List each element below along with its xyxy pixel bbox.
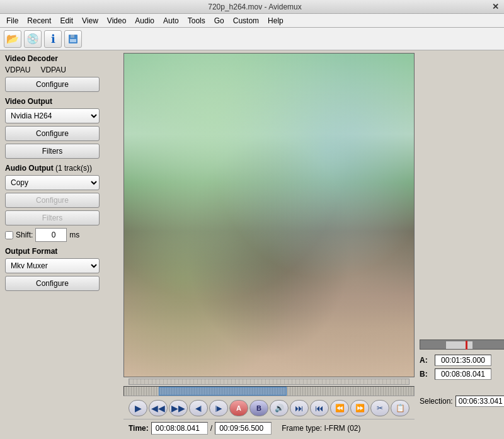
audio-filters-button[interactable]: Filters — [5, 210, 100, 225]
menu-auto[interactable]: Auto — [159, 15, 183, 26]
right-info-panel: A: 00:01:35.000 B: 00:08:08.041 Selectio… — [417, 50, 504, 439]
timecode-b-row: B: 00:08:08.041 — [420, 368, 504, 380]
menu-video[interactable]: Video — [103, 15, 130, 26]
next-cut-button[interactable]: ⏩ — [350, 400, 369, 416]
main-layout: Video Decoder VDPAU VDPAU Configure Vide… — [0, 50, 504, 439]
audio-output-dropdown-container: Copy — [5, 175, 116, 190]
menu-view[interactable]: View — [78, 15, 102, 26]
mini-scrubber-row — [420, 339, 504, 350]
play-button[interactable]: ▶ — [129, 400, 147, 416]
menu-go[interactable]: Go — [210, 15, 228, 26]
svg-rect-1 — [71, 35, 74, 38]
timeline-track[interactable] — [123, 386, 415, 396]
a-value: 00:01:35.000 — [435, 355, 491, 366]
rewind-button[interactable]: ◀◀ — [149, 400, 168, 416]
menu-custom[interactable]: Custom — [229, 15, 263, 26]
vdpau-row: VDPAU VDPAU — [5, 66, 116, 74]
menu-bar: File Recent Edit View Video Audio Auto T… — [0, 14, 504, 28]
controls-row: ▶ ◀◀ ▶▶ ◀| |▶ A B 🔊 ⏭ ⏮ ⏪ ⏩ ✂ 📋 — [123, 397, 415, 419]
timecode-a-row: A: 00:01:35.000 — [420, 355, 504, 366]
menu-tools[interactable]: Tools — [184, 15, 209, 26]
prev-cut-button[interactable]: ⏪ — [330, 400, 349, 416]
video-preview — [123, 53, 415, 377]
video-decoder-configure-button[interactable]: Configure — [5, 77, 100, 92]
video-decoder-title: Video Decoder — [5, 54, 116, 63]
close-button[interactable]: ✕ — [492, 2, 499, 11]
shift-input[interactable] — [35, 228, 67, 242]
total-value: 00:09:56.500 — [215, 422, 272, 435]
video-output-dropdown-container: Nvidia H264 — [5, 108, 116, 123]
mini-scrubber-thumb — [466, 341, 467, 350]
menu-file[interactable]: File — [3, 15, 22, 26]
status-bar: Time: 00:08:08.041 / 00:09:56.500 Frame … — [123, 419, 415, 436]
left-panel: Video Decoder VDPAU VDPAU Configure Vide… — [0, 50, 121, 439]
menu-recent[interactable]: Recent — [23, 15, 55, 26]
info-button[interactable]: ℹ — [44, 30, 62, 48]
next-frame-button[interactable]: |▶ — [209, 400, 228, 416]
prev-frame-button[interactable]: ◀| — [189, 400, 208, 416]
audio-configure-button[interactable]: Configure — [5, 193, 100, 208]
mini-scrubber-range — [446, 341, 472, 349]
svg-rect-2 — [70, 39, 76, 42]
timeline-selection — [159, 387, 286, 396]
marker-b-button[interactable]: B — [249, 400, 268, 416]
window-title: 720p_h264.mov - Avidemux — [18, 3, 492, 11]
video-preview-inner — [124, 54, 414, 377]
audio-codec-select[interactable]: Copy — [5, 175, 100, 190]
shift-label: Shift: — [16, 231, 33, 239]
vdpau-label-1: VDPAU — [5, 66, 30, 74]
video-area: ▶ ◀◀ ▶▶ ◀| |▶ A B 🔊 ⏭ ⏮ ⏪ ⏩ ✂ 📋 Time: 00… — [121, 50, 417, 439]
save-button[interactable] — [64, 30, 82, 48]
toolbar: 📂 💿 ℹ — [0, 28, 504, 50]
output-format-title: Output Format — [5, 247, 116, 256]
output-format-dropdown-container: Mkv Muxer — [5, 258, 116, 273]
video-output-configure-button[interactable]: Configure — [5, 126, 100, 141]
audio-output-title: Audio Output (1 track(s)) — [5, 164, 116, 173]
selection-row: Selection: 00:06:33.041 — [420, 382, 504, 420]
selection-value: 00:06:33.041 — [455, 396, 504, 407]
skip-forward-button[interactable]: ⏭ — [290, 400, 309, 416]
total-separator: / — [210, 424, 212, 433]
shift-unit: ms — [69, 231, 79, 239]
video-output-filters-button[interactable]: Filters — [5, 144, 100, 159]
b-value: 00:08:08.041 — [435, 368, 491, 380]
title-bar: 720p_h264.mov - Avidemux ✕ — [0, 0, 504, 14]
fast-forward-button[interactable]: ▶▶ — [169, 400, 188, 416]
save-icon — [67, 33, 79, 45]
shift-checkbox[interactable] — [5, 231, 13, 239]
mini-scrubber[interactable] — [420, 339, 504, 350]
menu-help[interactable]: Help — [264, 15, 287, 26]
b-label: B: — [420, 370, 432, 379]
a-label: A: — [420, 356, 432, 365]
output-format-select[interactable]: Mkv Muxer — [5, 258, 100, 273]
time-label: Time: — [129, 424, 149, 433]
selection-label: Selection: — [420, 397, 453, 406]
frame-type-label: Frame type: I-FRM (02) — [282, 424, 360, 433]
open-button[interactable]: 📂 — [4, 30, 21, 48]
paste-button[interactable]: 📋 — [391, 400, 410, 416]
cut-button[interactable]: ✂ — [370, 400, 389, 416]
marker-a-button[interactable]: A — [229, 400, 248, 416]
menu-edit[interactable]: Edit — [56, 15, 77, 26]
skip-back-button[interactable]: ⏮ — [310, 400, 329, 416]
scrubber-dots[interactable] — [129, 379, 410, 385]
menu-audio[interactable]: Audio — [131, 15, 158, 26]
video-output-title: Video Output — [5, 97, 116, 106]
dvd-button[interactable]: 💿 — [24, 30, 42, 48]
shift-row: Shift: ms — [5, 228, 116, 242]
audio-toggle-button[interactable]: 🔊 — [270, 400, 289, 416]
output-format-configure-button[interactable]: Configure — [5, 276, 100, 291]
video-codec-select[interactable]: Nvidia H264 — [5, 108, 100, 123]
vdpau-label-2: VDPAU — [40, 66, 66, 74]
time-value: 00:08:08.041 — [151, 422, 208, 435]
